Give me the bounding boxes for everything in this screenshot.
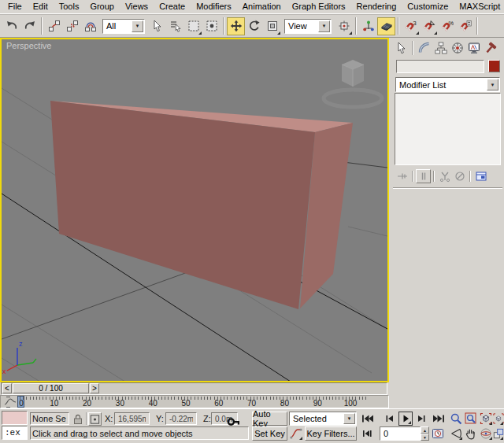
z-label: Z:: [203, 414, 211, 423]
menu-maxscript[interactable]: MAXScript: [454, 1, 504, 13]
menu-animation[interactable]: Animation: [237, 1, 287, 13]
menu-modifiers[interactable]: Modifiers: [191, 1, 237, 13]
select-and-manipulate-icon[interactable]: [359, 17, 377, 35]
y-coordinate-field[interactable]: [165, 412, 197, 425]
main-toolbar: All ▼ View ▼ 3 %: [0, 14, 504, 38]
keyboard-shortcut-override-icon[interactable]: [377, 17, 395, 35]
make-unique-icon[interactable]: [437, 169, 452, 183]
previous-frame-icon[interactable]: [383, 412, 397, 426]
tab-motion-icon[interactable]: [449, 40, 465, 57]
undo-icon[interactable]: [2, 17, 20, 35]
tab-modify-icon[interactable]: [416, 40, 432, 57]
select-and-rotate-icon[interactable]: [245, 17, 263, 35]
set-key-button[interactable]: Set Key: [252, 426, 287, 441]
modifier-list-combo[interactable]: Modifier List ▼: [395, 77, 500, 92]
field-of-view-icon[interactable]: [449, 426, 463, 441]
key-filters-button[interactable]: Key Filters...: [305, 426, 357, 441]
rectangular-selection-region-icon[interactable]: [184, 17, 202, 35]
go-to-start-icon[interactable]: [361, 412, 375, 426]
menu-bar: FileEditToolsGroupViewsCreateModifiersAn…: [0, 0, 504, 14]
auto-key-button[interactable]: Auto Key: [252, 412, 287, 426]
current-frame-field[interactable]: [380, 426, 421, 441]
pan-icon[interactable]: [464, 426, 478, 441]
frame-spinner[interactable]: ▲ ▼: [421, 426, 429, 441]
key-mode-combo[interactable]: Selected ▼: [289, 412, 357, 426]
zoom-icon[interactable]: [449, 412, 463, 426]
chevron-down-icon[interactable]: ▼: [318, 20, 330, 32]
select-object-icon[interactable]: [148, 17, 166, 35]
selection-lock-icon[interactable]: [71, 412, 85, 426]
tab-create-icon[interactable]: [393, 40, 410, 57]
tab-hierarchy-icon[interactable]: [432, 40, 449, 57]
bind-to-space-warp-icon[interactable]: [81, 17, 99, 35]
track-bar: 0102030405060708090100: [0, 395, 389, 408]
play-icon[interactable]: [398, 412, 413, 426]
zoom-extents-all-icon[interactable]: [493, 412, 504, 426]
tab-display-icon[interactable]: [465, 40, 482, 57]
command-panel-tabs: [393, 39, 498, 57]
show-end-result-icon[interactable]: [416, 169, 431, 183]
reference-coordinate-system-combo[interactable]: View ▼: [284, 19, 332, 34]
chevron-down-icon[interactable]: ▼: [132, 20, 143, 32]
x-coordinate-field[interactable]: [114, 412, 150, 425]
time-configuration-icon[interactable]: [431, 426, 445, 441]
select-and-scale-icon[interactable]: [263, 17, 281, 35]
selection-status: None Se: [30, 412, 69, 425]
viewport-canvas: x z: [2, 39, 387, 381]
menu-graph-editors[interactable]: Graph Editors: [287, 1, 351, 13]
window-crossing-icon[interactable]: [202, 17, 220, 35]
time-slider: < 0 / 100 >: [0, 382, 389, 395]
menu-customize[interactable]: Customize: [402, 1, 454, 13]
object-color-swatch[interactable]: [488, 60, 500, 72]
maxscript-macro-recorder[interactable]: [2, 411, 28, 425]
arc-rotate-icon[interactable]: [479, 426, 493, 441]
spinner-snap-icon[interactable]: [456, 17, 474, 35]
menu-group[interactable]: Group: [84, 1, 120, 13]
previous-frame-arrow[interactable]: <: [2, 383, 12, 393]
menu-views[interactable]: Views: [120, 1, 154, 13]
menu-create[interactable]: Create: [154, 1, 191, 13]
percent-snap-icon[interactable]: %: [438, 17, 456, 35]
select-and-link-icon[interactable]: [45, 17, 63, 35]
chevron-down-icon[interactable]: ▼: [487, 79, 498, 90]
selection-filter-value: All: [106, 21, 116, 31]
configure-modifier-sets-icon[interactable]: [473, 169, 488, 183]
select-by-name-icon[interactable]: [166, 17, 184, 35]
chevron-down-icon[interactable]: ▼: [343, 413, 355, 424]
menu-tools[interactable]: Tools: [54, 1, 85, 13]
select-and-move-icon[interactable]: [227, 17, 245, 35]
ruler-label-70: 70: [243, 399, 261, 408]
zoom-all-icon[interactable]: [464, 412, 478, 426]
selection-filter-combo[interactable]: All ▼: [102, 19, 145, 34]
key-mode-toggle-icon[interactable]: [361, 426, 375, 441]
default-tangents-icon[interactable]: [289, 426, 303, 441]
pin-stack-icon[interactable]: [395, 169, 410, 183]
snaps-toggle-3d-icon[interactable]: 3: [402, 17, 420, 35]
maxscript-listener[interactable]: :ex: [2, 426, 28, 440]
redo-icon[interactable]: [20, 17, 39, 35]
absolute-mode-toggle-icon[interactable]: [88, 412, 102, 426]
toolbar-separator: [223, 17, 224, 35]
menu-edit[interactable]: Edit: [28, 1, 54, 13]
next-frame-arrow[interactable]: >: [90, 383, 99, 393]
viewport-label[interactable]: Perspective: [6, 41, 51, 50]
spinner-up-icon[interactable]: ▲: [421, 426, 429, 434]
track-bar-ruler[interactable]: 0102030405060708090100: [20, 396, 384, 408]
object-name-field[interactable]: [396, 60, 484, 73]
tab-utilities-icon[interactable]: [482, 40, 498, 57]
menu-rendering[interactable]: Rendering: [351, 1, 402, 13]
go-to-end-icon[interactable]: [432, 412, 446, 426]
perspective-viewport[interactable]: x z Perspective: [0, 38, 389, 382]
use-pivot-point-center-icon[interactable]: [335, 17, 353, 35]
unlink-selection-icon[interactable]: [63, 17, 81, 35]
zoom-extents-icon[interactable]: [479, 412, 493, 426]
angle-snap-icon[interactable]: [420, 17, 438, 35]
spinner-down-icon[interactable]: ▼: [421, 434, 429, 441]
modifier-stack[interactable]: [395, 93, 501, 165]
menu-file[interactable]: File: [2, 1, 28, 13]
remove-modifier-icon[interactable]: [452, 169, 467, 183]
next-frame-icon[interactable]: [414, 412, 428, 426]
box-object: [50, 101, 353, 309]
min-max-toggle-icon[interactable]: [493, 426, 504, 441]
time-slider-button[interactable]: 0 / 100: [13, 383, 89, 393]
